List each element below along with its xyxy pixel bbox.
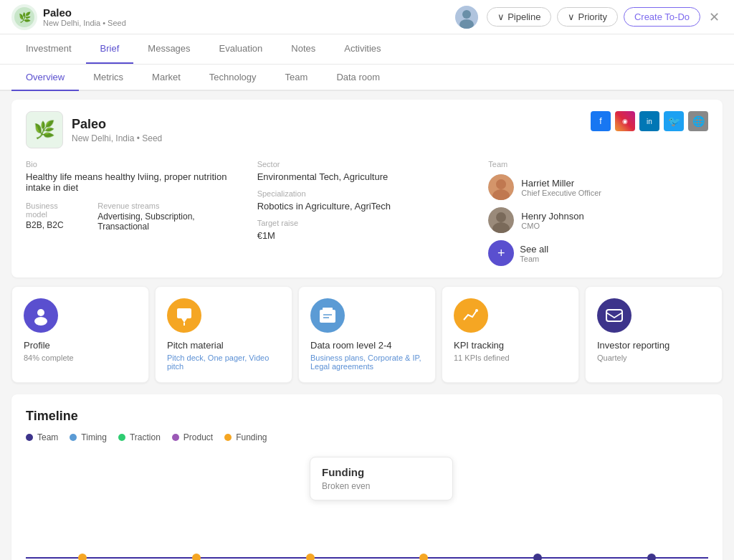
team-section: Team Harriet Miller Chief Execut — [488, 160, 708, 266]
priority-button[interactable]: ∨ Priority — [557, 7, 617, 27]
timeline-title: Timeline — [26, 409, 708, 424]
company-logo-large: 🌿 — [26, 111, 63, 148]
tab-investment[interactable]: Investment — [11, 34, 86, 64]
website-icon[interactable]: 🌐 — [688, 111, 708, 131]
biz-model-label: Business model — [26, 201, 80, 219]
top-bar: 🌿 Paleo New Delhi, India • Seed ∨ Pipeli… — [0, 0, 734, 34]
popup-sub: Broken even — [322, 481, 441, 491]
svg-point-11 — [496, 212, 506, 222]
spec-value: Robotics in Agriculture, AgriTech — [257, 201, 477, 212]
company-location-large: New Delhi, India • Seed — [72, 133, 162, 143]
reporting-title: Investor reporting — [597, 340, 710, 351]
dot-1 — [78, 554, 87, 560]
company-logo-area: 🌿 Paleo New Delhi, India • Seed — [11, 4, 126, 30]
chevron-down-icon: ∨ — [568, 11, 575, 22]
legend-product: Product — [172, 432, 213, 442]
avatar-image — [455, 6, 478, 29]
timeline-popup: Funding Broken even — [310, 457, 453, 500]
dot-4 — [419, 554, 428, 560]
detail-bio: Bio Healthy life means healthy lviing, p… — [26, 160, 246, 266]
company-card: 🌿 Paleo New Delhi, India • Seed f ◉ in 🐦… — [11, 100, 723, 277]
see-all-icon: + — [488, 240, 514, 266]
main-content: 🌿 Paleo New Delhi, India • Seed f ◉ in 🐦… — [0, 100, 734, 560]
pitch-sub: Pitch deck, One pager, Video pitch — [167, 353, 280, 371]
subnav-technology[interactable]: Technology — [195, 65, 271, 91]
dot-6 — [647, 554, 656, 560]
sector-value: Environmental Tech, Agriculture — [257, 171, 477, 182]
profile-icon — [24, 298, 58, 333]
close-button[interactable]: ✕ — [706, 6, 723, 28]
subnav-overview[interactable]: Overview — [11, 65, 79, 91]
svg-rect-15 — [177, 308, 191, 318]
svg-point-8 — [496, 179, 506, 189]
bio-label: Bio — [26, 160, 246, 169]
company-name-large: Paleo — [72, 117, 162, 132]
user-avatar — [455, 6, 478, 29]
subnav-dataroom[interactable]: Data room — [322, 65, 394, 91]
top-bar-actions: ∨ Pipeline ∨ Priority Create To-Do ✕ — [455, 6, 723, 29]
sub-nav: Overview Metrics Market Technology Team … — [0, 65, 734, 91]
team-member-henry: Henry Johnson CMO — [488, 207, 708, 233]
company-name-block: Paleo New Delhi, India • Seed — [72, 117, 162, 143]
bio-value: Healthy life means healthy lviing, prope… — [26, 171, 246, 193]
company-logo: 🌿 — [11, 4, 37, 30]
legend-timing: Timing — [70, 432, 107, 442]
see-all-button[interactable]: + See all Team — [488, 240, 708, 266]
tab-brief[interactable]: Brief — [86, 34, 134, 64]
see-all-sub: Team — [520, 255, 548, 263]
detail-sector: Sector Environmental Tech, Agriculture S… — [257, 160, 477, 266]
subnav-market[interactable]: Market — [138, 65, 195, 91]
svg-rect-17 — [320, 310, 335, 323]
tab-activities[interactable]: Activities — [330, 34, 395, 64]
activity-card-reporting[interactable]: Investor reporting Quartely — [585, 286, 723, 383]
activity-card-profile[interactable]: Profile 84% complete — [11, 286, 149, 383]
harriet-role: Chief Executive Officer — [521, 189, 601, 197]
subnav-team[interactable]: Team — [271, 65, 323, 91]
dot-team — [26, 434, 33, 441]
kpi-icon — [454, 298, 488, 333]
activity-card-kpi[interactable]: KPI tracking 11 KPIs defined — [442, 286, 579, 383]
profile-sub: 84% complete — [24, 353, 137, 362]
svg-text:🌿: 🌿 — [19, 11, 32, 24]
henry-avatar — [488, 207, 514, 233]
instagram-icon[interactable]: ◉ — [615, 111, 635, 131]
reporting-sub: Quartely — [597, 353, 710, 362]
twitter-icon[interactable]: 🐦 — [664, 111, 684, 131]
harriet-name: Harriet Miller — [521, 178, 601, 189]
activity-card-dataroom[interactable]: Data room level 2-4 Business plans, Corp… — [298, 286, 436, 383]
linkedin-icon[interactable]: in — [639, 111, 659, 131]
company-name: Paleo — [43, 6, 126, 19]
activity-card-pitch[interactable]: Pitch material Pitch deck, One pager, Vi… — [155, 286, 292, 383]
tab-evaluation[interactable]: Evaluation — [205, 34, 277, 64]
kpi-sub: 11 KPIs defined — [454, 353, 567, 362]
harriet-avatar — [488, 174, 514, 200]
main-nav: Investment Brief Messages Evaluation Not… — [0, 34, 734, 65]
svg-rect-18 — [323, 308, 333, 311]
svg-point-14 — [34, 317, 47, 326]
timeline-legend: Team Timing Traction Product Funding — [26, 432, 708, 442]
henry-name: Henry Johnson — [521, 211, 583, 222]
dot-traction — [118, 434, 125, 441]
subnav-metrics[interactable]: Metrics — [79, 65, 138, 91]
facebook-icon[interactable]: f — [591, 111, 611, 131]
pipeline-button[interactable]: ∨ Pipeline — [487, 7, 551, 27]
legend-team: Team — [26, 432, 58, 442]
popup-title: Funding — [322, 466, 441, 478]
reporting-icon — [597, 298, 631, 333]
dot-product — [172, 434, 179, 441]
kpi-title: KPI tracking — [454, 340, 567, 351]
social-icons: f ◉ in 🐦 🌐 — [591, 111, 708, 131]
rev-streams-label: Revenue streams — [97, 201, 245, 210]
see-all-label: See all — [520, 244, 548, 255]
timeline-card-area: Funding Broken even — [26, 457, 708, 543]
sector-label: Sector — [257, 160, 477, 169]
chevron-down-icon: ∨ — [497, 11, 505, 22]
target-raise-value: €1M — [257, 230, 477, 241]
create-todo-button[interactable]: Create To-Do — [624, 7, 700, 27]
dot-funding — [224, 434, 232, 441]
target-raise-label: Target raise — [257, 219, 477, 227]
tab-messages[interactable]: Messages — [133, 34, 204, 64]
tab-notes[interactable]: Notes — [277, 34, 330, 64]
company-details: Bio Healthy life means healthy lviing, p… — [26, 160, 708, 266]
timeline-section: Timeline Team Timing Traction Product Fu… — [11, 394, 723, 560]
